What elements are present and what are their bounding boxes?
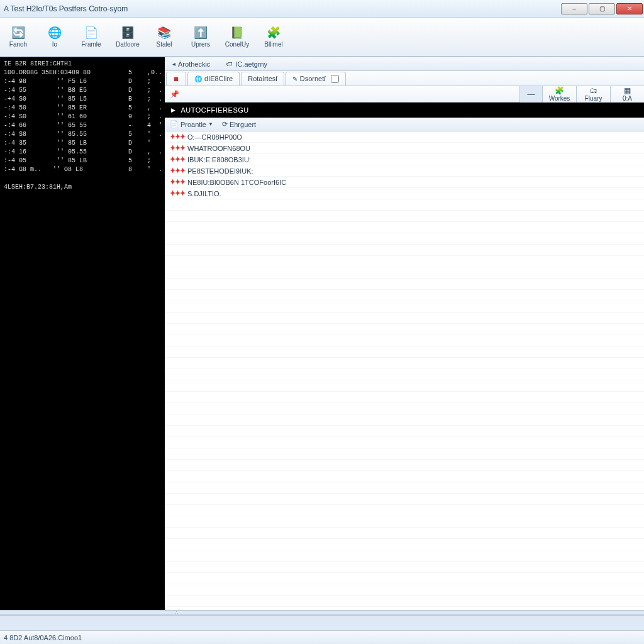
doctab-stop-icon: ⏹ [173,75,179,82]
chevron-down-icon: ▼ [208,121,213,127]
subtab-category-icon: 🏷 [226,60,233,67]
expand-icon[interactable]: ✦✦✦ [170,144,185,152]
tool-io-icon: 🌐 [48,26,62,40]
tool-cone-icon: 📗 [230,26,244,40]
list-item-label: S.DJILTIO. [187,190,221,197]
cluster-workers[interactable]: 🧩Workes [542,86,576,103]
list-item-label: IBUK:E:E808OB3IU: [187,156,251,164]
status-bar: 4 8D2 Aut8/0A26.Cimoo1 [0,630,644,644]
window-minimize-button[interactable]: – [561,3,587,14]
tool-up[interactable]: ⬆️Uprers [184,20,218,54]
list-item[interactable]: ✦✦✦NE8IU:BI0OB6N 1TCOFoorI6IC [165,177,644,188]
toolrow-prompt-label: Proantle [180,121,206,128]
cluster-workers-icon: 🧩 [555,86,564,95]
section-header-label: AUTOCFFIERESGU [181,106,249,114]
tool-row: 📄Proantle▼⟳Ehrguert [165,118,644,131]
list-item[interactable]: ✦✦✦S.DJILTIO. [165,188,644,199]
tool-file[interactable]: 📄Framle [74,20,108,54]
tool-ext-label: Bllimel [264,41,282,48]
cluster-oa-label: 0:A [623,95,632,102]
list-item-label: PE8STEHODEI9IUK: [187,167,253,175]
list-area[interactable]: ✦✦✦O:—CR08HP00O✦✦✦WHATROOFN68OU✦✦✦IBUK:E… [165,131,644,610]
list-item-label: NE8IU:BI0OB6N 1TCOFoorI6IC [187,179,286,186]
doctab-retained[interactable]: Rotairtesſ [241,72,284,86]
status-text: 4 8D2 Aut8/0A26.Cimoo1 [4,634,82,641]
list-item-label: O:—CR08HP00O [187,133,242,141]
doctab-dsomet[interactable]: ✎Dsornetſ [286,72,346,86]
cluster-workers-label: Workes [549,95,570,102]
list-item[interactable]: ✦✦✦O:—CR08HP00O [165,131,644,143]
doctab-db-label: dIE8Clire [204,75,233,82]
expand-icon[interactable]: ✦✦✦ [170,178,185,186]
toolrow-fragment[interactable]: ⟳Ehrguert [222,120,256,128]
tool-refresh-label: Fanoh [9,41,27,48]
sub-tabs: ◂Arotheckic🏷IC.aetgrny [165,57,644,71]
subtab-actions[interactable]: ◂Arotheckic [167,57,215,70]
tool-cone[interactable]: 📗ConelUy [220,20,254,54]
resize-handle[interactable]: ∴ [0,610,644,615]
list-item-label: WHATROOFN68OU [187,145,250,152]
console-pane[interactable]: IE B2R 8IREI:CHTH1 100.DR08G 35EH:03489 … [0,57,165,610]
tool-db-label: Datloore [116,41,140,48]
tool-refresh[interactable]: 🔄Fanoh [1,20,35,54]
spacer-band [0,615,644,630]
doctab-dsomet-icon: ✎ [292,75,297,82]
doctab-dsomet-checkbox[interactable] [331,75,339,83]
doctab-stop[interactable]: ⏹ [166,72,186,86]
tool-io-label: Io [52,41,57,48]
list-item[interactable]: ✦✦✦IBUK:E:E808OB3IU: [165,154,644,165]
title-bar: A Test H2Io/T0s Postfers Cotro-syom – ▢ … [0,0,644,18]
tool-file-icon: 📄 [84,26,98,40]
cluster-history[interactable]: 🗂Fluary [576,86,610,103]
pin-icon[interactable]: 📌 [170,90,179,99]
subtab-actions-icon: ◂ [172,60,175,67]
window-maximize-button[interactable]: ▢ [589,3,615,14]
subtab-category[interactable]: 🏷IC.aetgrny [221,57,272,70]
content-pane: ◂Arotheckic🏷IC.aetgrny ⏹🌐dIE8ClireRotair… [165,57,644,610]
tool-stack[interactable]: 📚Stalel [147,20,181,54]
doctab-db[interactable]: 🌐dIE8Clire [187,72,240,86]
subtab-actions-label: Arotheckic [178,60,210,68]
tool-stack-label: Stalel [156,41,172,48]
tool-db[interactable]: 🗄️Datloore [111,20,145,54]
cluster-history-icon: 🗂 [590,86,597,95]
play-icon: ▶ [171,107,176,113]
toolrow-prompt-icon: 📄 [170,120,179,128]
pin-bar: 📌 —🧩Workes🗂Fluary▦0:A [165,86,644,103]
tool-ext-icon: 🧩 [267,26,280,40]
list-item[interactable]: ✦✦✦PE8STEHODEI9IUK: [165,165,644,177]
cluster-oa[interactable]: ▦0:A [610,86,644,103]
cluster-oa-icon: ▦ [624,86,631,95]
toolrow-fragment-icon: ⟳ [222,120,228,128]
document-strip: ⏹🌐dIE8ClireRotairtesſ✎Dsornetſ [165,71,644,86]
expand-icon[interactable]: ✦✦✦ [170,189,185,197]
cluster-minimize-icon: — [528,90,535,99]
section-header: ▶ AUTOCFFIERESGU [165,103,644,118]
subtab-category-label: IC.aetgrny [235,60,267,68]
window-title: A Test H2Io/T0s Postfers Cotro-syom [4,4,561,13]
cluster-minimize[interactable]: — [519,86,542,103]
doctab-retained-label: Rotairtesſ [248,75,277,82]
tool-io[interactable]: 🌐Io [38,20,72,54]
tool-refresh-icon: 🔄 [11,26,25,40]
toolrow-prompt[interactable]: 📄Proantle▼ [170,120,213,128]
expand-icon[interactable]: ✦✦✦ [170,155,185,164]
main-toolbar: 🔄Fanoh🌐Io📄Framle🗄️Datloore📚Stalel⬆️Uprer… [0,18,644,57]
window-close-button[interactable]: ✕ [616,3,643,14]
tool-up-icon: ⬆️ [194,26,208,40]
cluster-history-label: Fluary [585,95,602,102]
toolrow-fragment-label: Ehrguert [230,121,256,128]
tool-cone-label: ConelUy [225,41,249,48]
list-item[interactable]: ✦✦✦WHATROOFN68OU [165,143,644,154]
expand-icon[interactable]: ✦✦✦ [170,167,185,175]
doctab-db-icon: 🌐 [194,75,202,82]
tool-db-icon: 🗄️ [121,26,135,40]
tool-ext[interactable]: 🧩Bllimel [257,20,291,54]
tool-up-label: Uprers [191,41,210,48]
doctab-dsomet-label: Dsornetſ [300,75,326,82]
expand-icon[interactable]: ✦✦✦ [170,133,185,141]
tool-file-label: Framle [81,41,101,48]
tool-stack-icon: 📚 [157,26,171,40]
